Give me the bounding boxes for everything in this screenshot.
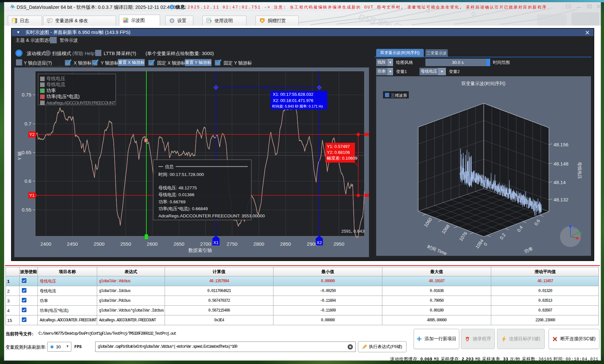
- svg-text:功率: 0.66769: 功率: 0.66769: [158, 199, 185, 204]
- svg-text:数据索引轴: 数据索引轴: [188, 248, 212, 253]
- svg-text:Y1: 0.57497: Y1: 0.57497: [327, 144, 350, 149]
- svg-text:2600: 2600: [147, 241, 157, 247]
- svg-text:2850: 2850: [280, 241, 291, 247]
- svg-text:0.75: 0.75: [22, 92, 31, 97]
- svg-text:三维波形: 三维波形: [391, 93, 407, 98]
- svg-text:48.156: 48.156: [553, 142, 568, 147]
- svg-text:功率(电压*电流): 功率(电压*电流): [46, 94, 80, 99]
- svg-text:双变量示波(时间序列): 双变量示波(时间序列): [461, 81, 505, 86]
- svg-text:Z: Z: [573, 226, 575, 229]
- svg-text:1060: 1060: [423, 217, 433, 228]
- svg-text:功率(电压*电流): 0.66849: 功率(电压*电流): 0.66849: [158, 206, 208, 211]
- svg-text:0.6: 0.6: [24, 178, 31, 184]
- svg-text:0.2: 0.2: [499, 232, 507, 240]
- svg-text:Y2: 0.68106: Y2: 0.68106: [327, 150, 350, 155]
- svg-text:2450: 2450: [67, 241, 78, 247]
- svg-text:2550: 2550: [120, 241, 131, 247]
- svg-text:信息: 信息: [165, 164, 174, 169]
- svg-text:2750: 2750: [227, 241, 237, 247]
- svg-text:功率: 功率: [523, 246, 534, 254]
- svg-text:2591, 0.643: 2591, 0.643: [341, 229, 364, 234]
- svg-text:0.4: 0.4: [516, 225, 524, 233]
- svg-text:0.55: 0.55: [22, 207, 31, 212]
- svg-text:1076: 1076: [458, 231, 468, 242]
- svg-text:2950: 2950: [333, 241, 344, 247]
- svg-text:AdcaRegs.ADCCOUNTER.FREECOUNT:: AdcaRegs.ADCCOUNTER.FREECOUNT: 3553.0000…: [158, 213, 265, 218]
- svg-text:X1: 00:17:55.628.032: X1: 00:17:55.628.032: [273, 92, 313, 97]
- svg-text:母线电流: 母线电流: [46, 82, 66, 87]
- svg-text:2400: 2400: [40, 241, 51, 247]
- svg-text:48.14: 48.14: [553, 180, 566, 185]
- svg-text:功率: 功率: [46, 88, 56, 93]
- svg-text:X: X: [580, 237, 582, 241]
- svg-text:?: ?: [210, 20, 212, 23]
- svg-text:时间差: 5.843 秒 频率: 0.171 Hz: 时间差: 5.843 秒 频率: 0.171 Hz: [272, 104, 323, 108]
- svg-text:母线电流: 0.01386: 母线电流: 0.01386: [158, 192, 194, 197]
- svg-text:母线电压: 48.12775: 母线电压: 48.12775: [158, 185, 197, 190]
- svg-text:2650: 2650: [173, 241, 184, 247]
- svg-text:0.65: 0.65: [22, 150, 31, 155]
- svg-text:X2: 00:18:01.471.976: X2: 00:18:01.471.976: [273, 98, 313, 103]
- svg-text:Y 轴: Y 轴: [17, 152, 22, 160]
- svg-text:0: 0: [482, 241, 488, 247]
- svg-text:X2: X2: [317, 240, 322, 245]
- svg-text:2700: 2700: [200, 241, 211, 247]
- svg-text:2800: 2800: [253, 241, 264, 247]
- svg-text:1068: 1068: [440, 224, 450, 235]
- svg-text:幅度差: 0.10609: 幅度差: 0.10609: [327, 156, 357, 161]
- svg-text:母线电压: 母线电压: [46, 76, 66, 81]
- svg-text:时间 Time: 时间 Time: [427, 244, 448, 256]
- svg-text:Y2: Y2: [29, 132, 35, 137]
- svg-text:48.148: 48.148: [553, 161, 568, 167]
- svg-text:时间: 00:17:51.728.000: 时间: 00:17:51.728.000: [158, 172, 204, 177]
- svg-text:48.132: 48.132: [553, 197, 568, 202]
- svg-text:X1: X1: [214, 240, 219, 245]
- svg-text:母线电压: 母线电压: [577, 162, 582, 179]
- svg-text:2500: 2500: [94, 241, 104, 247]
- svg-text:AdcaRegs.ADCCOUNTER.FREECOUNT: AdcaRegs.ADCCOUNTER.FREECOUNT: [46, 100, 115, 105]
- svg-text:0.7: 0.7: [24, 121, 31, 126]
- svg-text:0.6: 0.6: [533, 218, 541, 226]
- svg-text:Y1: Y1: [29, 193, 35, 198]
- svg-text:Y: Y: [580, 232, 582, 235]
